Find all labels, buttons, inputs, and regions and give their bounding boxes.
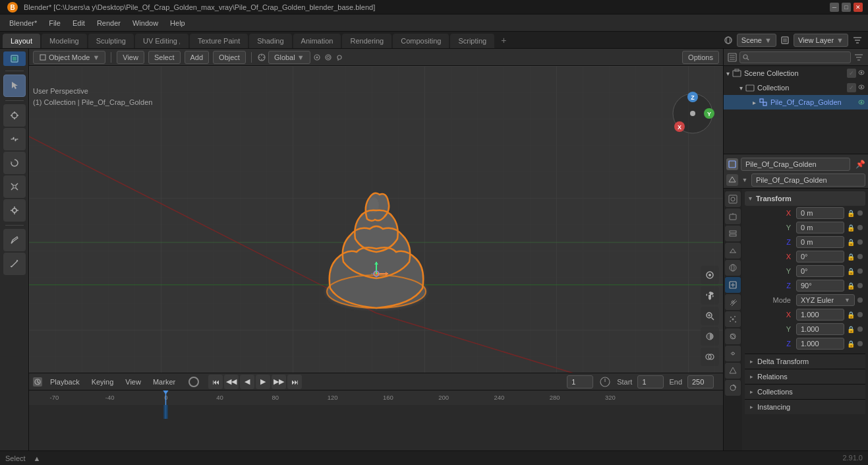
rotate-tool-button[interactable]: [3, 152, 26, 174]
eye-icon[interactable]: [857, 69, 865, 77]
delta-transform-header[interactable]: ▸ Delta Transform: [745, 354, 865, 369]
prop-tab-world[interactable]: [725, 260, 741, 276]
collections-header[interactable]: ▸ Collections: [745, 385, 865, 399]
view-layer-dropdown[interactable]: View Layer ▼: [794, 34, 848, 47]
location-x-lock[interactable]: 🔒: [847, 210, 855, 217]
prop-dropdown-arrow[interactable]: ▼: [741, 174, 749, 186]
location-y-field[interactable]: 0 m: [796, 222, 844, 233]
scale-x-dot[interactable]: [857, 312, 863, 317]
prop-tab-constraints[interactable]: [725, 346, 741, 361]
relations-header[interactable]: ▸ Relations: [745, 369, 865, 384]
scale-y-field[interactable]: 1.000: [796, 323, 844, 335]
location-y-dot[interactable]: [857, 225, 863, 230]
rotation-z-dot[interactable]: [857, 283, 863, 288]
jump-end-button[interactable]: ⏭: [287, 375, 302, 389]
scale-z-field[interactable]: 1.000: [796, 338, 844, 350]
location-z-dot[interactable]: [857, 239, 863, 245]
play-button[interactable]: ▶: [256, 375, 270, 389]
outliner-scene-collection[interactable]: ▾ Scene Collection ✓: [724, 66, 868, 80]
next-frame-button[interactable]: ▶▶: [272, 375, 286, 389]
pin-button[interactable]: 📌: [855, 160, 865, 169]
camera-view-button[interactable]: [701, 266, 719, 284]
tab-uv-editing[interactable]: UV Editing,: [135, 34, 188, 48]
timeline-body[interactable]: -70 -40 0 40 80 120 160 200 240 280 320: [29, 390, 723, 419]
scale-tool-button[interactable]: [3, 175, 26, 198]
navigation-gizmo[interactable]: Z Y X: [668, 89, 718, 139]
object-menu-button[interactable]: Object: [213, 51, 246, 64]
scale-x-field[interactable]: 1.000: [796, 309, 844, 321]
object-eye-icon[interactable]: [857, 98, 865, 106]
transform-orientation-button[interactable]: Global ▼: [268, 51, 310, 64]
marker-menu-button[interactable]: Marker: [149, 375, 179, 388]
outliner-object[interactable]: ▸ Pile_Of_Crap_Golden: [724, 95, 868, 109]
tab-animation[interactable]: Animation: [293, 34, 341, 48]
overlay-button[interactable]: [701, 348, 719, 366]
menu-window[interactable]: Window: [127, 16, 163, 30]
view-menu-tl-button[interactable]: View: [121, 375, 145, 388]
tab-sculpting[interactable]: Sculpting: [88, 34, 134, 48]
playback-menu-button[interactable]: Playback: [46, 375, 84, 388]
prop-tab-material[interactable]: [725, 380, 741, 396]
rotation-y-lock[interactable]: 🔒: [847, 268, 855, 275]
viewport[interactable]: Object Mode ▼ View Select Add Object Glo…: [29, 49, 723, 465]
rotation-z-field[interactable]: 90°: [796, 280, 844, 292]
rotation-z-lock[interactable]: 🔒: [847, 282, 855, 290]
tab-rendering[interactable]: Rendering: [342, 34, 391, 48]
menu-help[interactable]: Help: [165, 16, 190, 30]
prop-tab-physics[interactable]: [725, 328, 741, 344]
prop-tab-object[interactable]: [725, 277, 741, 293]
prop-tab-view-layer[interactable]: [725, 226, 741, 241]
measure-tool-button[interactable]: [3, 253, 26, 275]
rotation-mode-select[interactable]: XYZ Euler ▼: [796, 294, 855, 306]
prop-tab-particles[interactable]: [725, 311, 741, 327]
current-frame-field[interactable]: 1: [567, 375, 593, 388]
menu-edit[interactable]: Edit: [67, 16, 90, 30]
scale-z-lock[interactable]: 🔒: [847, 340, 855, 348]
tab-shading[interactable]: Shading: [249, 34, 291, 48]
scale-y-dot[interactable]: [857, 326, 863, 332]
shading-mode-button[interactable]: [701, 327, 719, 346]
keying-menu-button[interactable]: Keying: [88, 375, 118, 388]
zoom-button[interactable]: [701, 307, 719, 325]
visibility-toggle[interactable]: ✓: [847, 69, 856, 78]
tab-texture-paint[interactable]: Texture Paint: [190, 34, 248, 48]
outliner-search[interactable]: [739, 51, 851, 63]
transform-tool-button[interactable]: [3, 199, 26, 222]
prop-mesh-name[interactable]: Pile_Of_Crap_Golden: [751, 173, 865, 187]
start-frame-field[interactable]: 1: [637, 375, 664, 388]
rotation-x-field[interactable]: 0°: [796, 251, 844, 263]
select-tool-button[interactable]: [3, 75, 26, 97]
tab-layout[interactable]: Layout: [3, 34, 40, 48]
location-y-lock[interactable]: 🔒: [847, 224, 855, 232]
location-x-field[interactable]: 0 m: [796, 207, 844, 219]
menu-render[interactable]: Render: [92, 16, 126, 30]
add-workspace-button[interactable]: +: [496, 32, 511, 48]
menu-file[interactable]: File: [43, 16, 66, 30]
menu-blender[interactable]: Blender*: [4, 16, 42, 30]
minimize-button[interactable]: ─: [830, 3, 839, 12]
object-mode-button[interactable]: Object Mode ▼: [33, 51, 105, 64]
prop-tab-data[interactable]: [725, 363, 741, 379]
annotate-tool-button[interactable]: [3, 229, 26, 251]
record-button[interactable]: [188, 377, 199, 387]
transform-header[interactable]: ▾ Transform: [745, 191, 865, 206]
rotation-y-field[interactable]: 0°: [796, 265, 844, 277]
prev-keyframe-button[interactable]: ◀◀: [224, 375, 239, 389]
prop-tab-modifier[interactable]: [725, 294, 741, 310]
tab-scripting[interactable]: Scripting: [450, 34, 494, 48]
collection-eye-icon[interactable]: [857, 83, 865, 91]
tab-modeling[interactable]: Modeling: [42, 34, 87, 48]
jump-start-button[interactable]: ⏮: [208, 375, 223, 389]
view-menu-button[interactable]: View: [117, 51, 144, 64]
close-button[interactable]: ✕: [854, 3, 863, 12]
rotation-y-dot[interactable]: [857, 268, 863, 274]
maximize-button[interactable]: □: [842, 3, 851, 12]
options-button[interactable]: Options: [682, 51, 719, 64]
location-x-dot[interactable]: [857, 210, 863, 216]
3d-object-container[interactable]: [304, 163, 449, 323]
move-tool-button[interactable]: [3, 128, 26, 150]
rotation-x-lock[interactable]: 🔒: [847, 253, 855, 261]
scale-y-lock[interactable]: 🔒: [847, 326, 855, 333]
end-frame-field[interactable]: 250: [687, 375, 714, 388]
rotation-x-dot[interactable]: [857, 254, 863, 259]
